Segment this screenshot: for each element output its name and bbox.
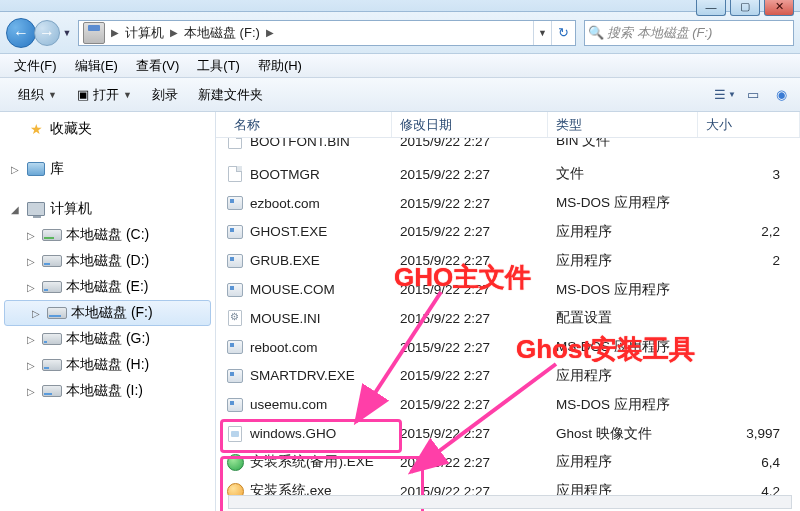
menu-help[interactable]: 帮助(H) <box>250 55 310 77</box>
expand-icon[interactable]: ▷ <box>24 282 38 293</box>
help-button[interactable]: ◉ <box>768 82 794 106</box>
column-size[interactable]: 大小 <box>698 112 800 137</box>
organize-button[interactable]: 组织▼ <box>8 82 67 108</box>
file-type-icon <box>226 281 244 299</box>
menu-edit[interactable]: 编辑(E) <box>67 55 126 77</box>
expand-icon[interactable]: ▷ <box>8 164 22 175</box>
file-date: 2015/9/22 2:27 <box>392 311 548 326</box>
maximize-button[interactable]: ▢ <box>730 0 760 16</box>
back-button[interactable]: ← <box>6 18 36 48</box>
forward-button[interactable]: → <box>34 20 60 46</box>
file-date: 2015/9/22 2:27 <box>392 282 548 297</box>
drive-icon <box>42 278 62 296</box>
file-row[interactable]: ezboot.com2015/9/22 2:27MS-DOS 应用程序 <box>216 189 800 218</box>
drive-icon <box>42 330 62 348</box>
file-date: 2015/9/22 2:27 <box>392 340 548 355</box>
file-name: ezboot.com <box>250 196 320 211</box>
menu-file[interactable]: 文件(F) <box>6 55 65 77</box>
file-name: MOUSE.COM <box>250 282 335 297</box>
column-name[interactable]: 名称 <box>216 112 392 137</box>
column-type[interactable]: 类型 <box>548 112 698 137</box>
file-row[interactable]: BOOTMGR2015/9/22 2:27文件3 <box>216 160 800 189</box>
libraries-icon <box>26 160 46 178</box>
breadcrumb-sep-icon[interactable]: ▶ <box>264 27 276 38</box>
horizontal-scrollbar[interactable] <box>228 495 792 509</box>
tree-drive[interactable]: ▷本地磁盘 (I:) <box>0 378 215 404</box>
file-name: BOOTFONT.BIN <box>250 138 350 149</box>
address-dropdown[interactable]: ▼ <box>533 21 551 45</box>
file-row[interactable]: SMARTDRV.EXE2015/9/22 2:27应用程序 <box>216 362 800 391</box>
file-type: 应用程序 <box>548 453 698 471</box>
tree-libraries[interactable]: ▷ 库 <box>0 156 215 182</box>
file-date: 2015/9/22 2:27 <box>392 368 548 383</box>
file-date: 2015/9/22 2:27 <box>392 455 548 470</box>
tree-label: 本地磁盘 (G:) <box>66 330 150 348</box>
command-bar: 组织▼ ▣打开▼ 刻录 新建文件夹 ☰▼ ▭ ◉ <box>0 78 800 112</box>
expand-icon[interactable]: ▷ <box>29 308 43 319</box>
file-date: 2015/9/22 2:27 <box>392 196 548 211</box>
file-date: 2015/9/22 2:27 <box>392 138 548 149</box>
file-type: MS-DOS 应用程序 <box>548 281 698 299</box>
menu-view[interactable]: 查看(V) <box>128 55 187 77</box>
file-name: useemu.com <box>250 397 327 412</box>
file-list-pane: 名称 修改日期 类型 大小 BOOTFONT.BIN2015/9/22 2:27… <box>216 112 800 511</box>
tree-drive[interactable]: ▷本地磁盘 (E:) <box>0 274 215 300</box>
file-row[interactable]: useemu.com2015/9/22 2:27MS-DOS 应用程序 <box>216 390 800 419</box>
tree-favorites[interactable]: ★ 收藏夹 <box>0 116 215 142</box>
new-folder-button[interactable]: 新建文件夹 <box>188 82 273 108</box>
tree-drive[interactable]: ▷本地磁盘 (H:) <box>0 352 215 378</box>
expand-icon[interactable]: ▷ <box>24 386 38 397</box>
tree-label: 本地磁盘 (C:) <box>66 226 149 244</box>
breadcrumb-sep-icon[interactable]: ▶ <box>168 27 180 38</box>
tree-drive[interactable]: ▷本地磁盘 (C:) <box>0 222 215 248</box>
preview-pane-button[interactable]: ▭ <box>740 82 766 106</box>
file-name: MOUSE.INI <box>250 311 321 326</box>
tree-label: 本地磁盘 (I:) <box>66 382 143 400</box>
file-row[interactable]: GRUB.EXE2015/9/22 2:27应用程序2 <box>216 246 800 275</box>
column-date[interactable]: 修改日期 <box>392 112 548 137</box>
expand-icon[interactable]: ▷ <box>24 360 38 371</box>
file-type-icon <box>226 138 244 150</box>
file-row[interactable]: MOUSE.COM2015/9/22 2:27MS-DOS 应用程序 <box>216 275 800 304</box>
close-button[interactable]: ✕ <box>764 0 794 16</box>
collapse-icon[interactable]: ◢ <box>8 204 22 215</box>
file-type-icon <box>226 194 244 212</box>
search-icon: 🔍 <box>585 25 607 40</box>
tree-drive[interactable]: ▷本地磁盘 (G:) <box>0 326 215 352</box>
file-row[interactable]: reboot.com2015/9/22 2:27MS-DOS 应用程序 <box>216 333 800 362</box>
minimize-button[interactable]: — <box>696 0 726 16</box>
tree-computer[interactable]: ◢ 计算机 <box>0 196 215 222</box>
breadcrumb-current[interactable]: 本地磁盘 (F:) <box>180 24 264 42</box>
breadcrumb-computer[interactable]: 计算机 <box>121 24 168 42</box>
search-box[interactable]: 🔍 搜索 本地磁盘 (F:) <box>584 20 794 46</box>
file-row[interactable]: GHOST.EXE2015/9/22 2:27应用程序2,2 <box>216 218 800 247</box>
content-area: ★ 收藏夹 ▷ 库 ◢ 计算机 ▷本地磁盘 (C:)▷本地磁盘 (D:)▷本地磁… <box>0 112 800 511</box>
file-row[interactable]: 安装系统(备用).EXE2015/9/22 2:27应用程序6,4 <box>216 448 800 477</box>
drive-icon <box>42 226 62 244</box>
expand-icon[interactable]: ▷ <box>24 334 38 345</box>
breadcrumb-sep-icon[interactable]: ▶ <box>109 27 121 38</box>
computer-icon <box>26 200 46 218</box>
file-type: MS-DOS 应用程序 <box>548 194 698 212</box>
star-icon: ★ <box>26 120 46 138</box>
navigation-pane[interactable]: ★ 收藏夹 ▷ 库 ◢ 计算机 ▷本地磁盘 (C:)▷本地磁盘 (D:)▷本地磁… <box>0 112 216 511</box>
file-row[interactable]: MOUSE.INI2015/9/22 2:27配置设置 <box>216 304 800 333</box>
file-date: 2015/9/22 2:27 <box>392 397 548 412</box>
column-headers: 名称 修改日期 类型 大小 <box>216 112 800 138</box>
file-row[interactable]: BOOTFONT.BIN2015/9/22 2:27BIN 文件 <box>216 138 800 160</box>
expand-icon[interactable]: ▷ <box>24 230 38 241</box>
tree-drive[interactable]: ▷本地磁盘 (F:) <box>4 300 211 326</box>
expand-icon[interactable]: ▷ <box>24 256 38 267</box>
history-dropdown[interactable]: ▼ <box>60 18 74 48</box>
file-row[interactable]: windows.GHO2015/9/22 2:27Ghost 映像文件3,997 <box>216 419 800 448</box>
address-bar[interactable]: ▶ 计算机 ▶ 本地磁盘 (F:) ▶ ▼ ↻ <box>78 20 576 46</box>
tree-drive[interactable]: ▷本地磁盘 (D:) <box>0 248 215 274</box>
open-button[interactable]: ▣打开▼ <box>67 82 142 108</box>
file-type-icon <box>226 252 244 270</box>
file-list[interactable]: BOOTFONT.BIN2015/9/22 2:27BIN 文件BOOTMGR2… <box>216 138 800 506</box>
view-options-button[interactable]: ☰▼ <box>712 82 738 106</box>
burn-button[interactable]: 刻录 <box>142 82 188 108</box>
menu-tools[interactable]: 工具(T) <box>189 55 248 77</box>
file-name: SMARTDRV.EXE <box>250 368 355 383</box>
refresh-button[interactable]: ↻ <box>551 21 575 45</box>
